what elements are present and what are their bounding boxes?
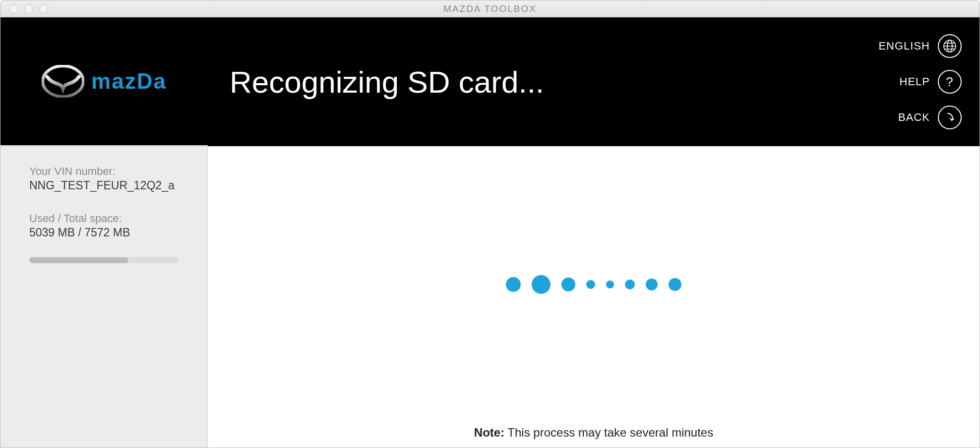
- loader-dot: [506, 277, 521, 292]
- back-label: BACK: [898, 111, 930, 124]
- loader-dot: [606, 280, 614, 288]
- help-label: HELP: [900, 75, 930, 88]
- loader-dot: [532, 275, 551, 294]
- space-value: 5039 MB / 7572 MB: [29, 226, 179, 239]
- loader-dot: [625, 280, 635, 289]
- page-header: Recognizing SD card... ENGLISH: [208, 17, 980, 146]
- loader-dot: [561, 278, 575, 291]
- mazda-emblem-icon: [42, 65, 84, 98]
- storage-progress-bar: [29, 257, 179, 263]
- window-controls: [0, 4, 48, 13]
- vin-value: NNG_TEST_FEUR_12Q2_a: [29, 179, 179, 192]
- maximize-window-button[interactable]: [39, 4, 48, 13]
- window-title: MAZDA TOOLBOX: [0, 3, 980, 14]
- help-button[interactable]: HELP ?: [900, 70, 962, 94]
- globe-icon: [938, 34, 962, 58]
- back-arrow-icon: [938, 106, 962, 129]
- space-label: Used / Total space:: [29, 212, 179, 225]
- brand-logo: mazDa: [0, 17, 208, 146]
- loader-dot: [646, 279, 658, 290]
- loader-dot: [586, 280, 595, 289]
- question-mark-icon: ?: [938, 70, 962, 94]
- process-note: Note: This process may take several minu…: [208, 426, 980, 440]
- storage-progress-fill: [29, 257, 128, 263]
- language-selector[interactable]: ENGLISH: [878, 34, 962, 58]
- note-text: This process may take several minutes: [504, 426, 713, 439]
- loader-dot: [669, 278, 681, 291]
- brand-wordmark: mazDa: [91, 69, 167, 94]
- vin-label: Your VIN number:: [29, 165, 179, 178]
- titlebar: MAZDA TOOLBOX: [0, 0, 980, 17]
- minimize-window-button[interactable]: [24, 4, 33, 13]
- loading-indicator: [506, 275, 681, 294]
- back-button[interactable]: BACK: [898, 106, 962, 129]
- language-label: ENGLISH: [878, 40, 930, 53]
- device-info-panel: Your VIN number: NNG_TEST_FEUR_12Q2_a Us…: [0, 146, 207, 448]
- close-window-button[interactable]: [9, 4, 18, 13]
- page-title: Recognizing SD card...: [230, 64, 544, 100]
- note-prefix: Note:: [474, 426, 504, 439]
